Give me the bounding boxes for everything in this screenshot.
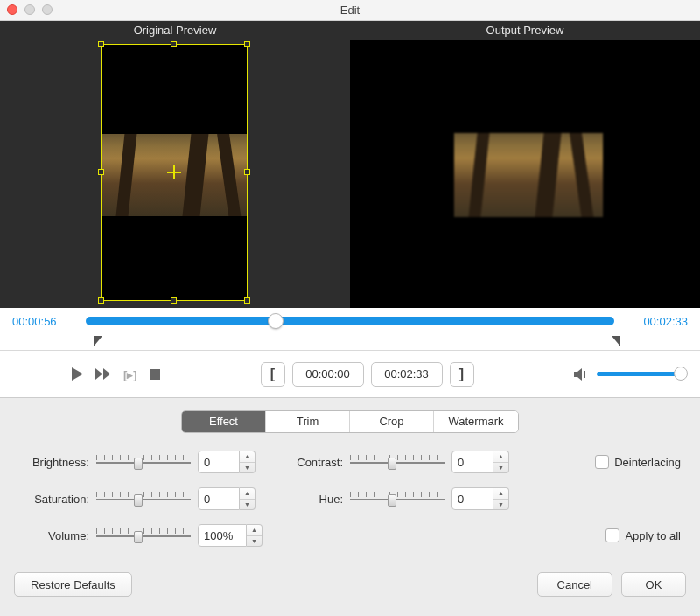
window-title: Edit <box>340 4 360 17</box>
chevron-up-icon[interactable]: ▲ <box>494 488 508 500</box>
crop-handle-ml[interactable] <box>98 169 104 175</box>
brightness-field[interactable] <box>198 451 240 473</box>
svg-rect-4 <box>150 369 160 380</box>
titlebar: Edit <box>0 0 700 21</box>
volume-thumb[interactable] <box>674 367 688 381</box>
timeline-end: 00:02:33 <box>623 315 688 328</box>
trim-time-group: [ ] <box>261 362 474 387</box>
set-in-button[interactable]: [ <box>261 362 285 387</box>
restore-defaults-button[interactable]: Restore Defaults <box>14 572 132 597</box>
volume-field[interactable] <box>198 524 247 547</box>
crop-handle-mr[interactable] <box>244 169 250 175</box>
chevron-down-icon[interactable]: ▼ <box>240 463 255 473</box>
saturation-stepper[interactable]: ▲▼ <box>240 487 256 510</box>
maximize-icon[interactable] <box>42 4 52 15</box>
chevron-up-icon[interactable]: ▲ <box>494 452 508 463</box>
saturation-slider[interactable] <box>96 487 191 510</box>
svg-marker-1 <box>95 368 102 380</box>
svg-marker-2 <box>103 368 110 380</box>
window-controls <box>7 4 52 15</box>
volume-slider[interactable] <box>597 372 681 376</box>
crop-box[interactable] <box>101 44 248 301</box>
minimize-icon[interactable] <box>24 4 35 15</box>
original-preview-label: Original Preview <box>0 21 350 40</box>
svg-marker-5 <box>574 368 582 381</box>
volume-param-slider[interactable] <box>96 524 191 547</box>
brightness-slider[interactable] <box>96 451 191 473</box>
hue-slider[interactable] <box>350 487 444 510</box>
preview-header: Original Preview Output Preview <box>0 21 700 40</box>
crop-handle-bc[interactable] <box>171 298 177 304</box>
saturation-label: Saturation: <box>19 493 96 506</box>
tabs-area: Effect Trim Crop Watermark <box>0 398 700 440</box>
timeline-playhead[interactable] <box>268 313 284 329</box>
output-preview-label: Output Preview <box>350 21 700 40</box>
trim-in-field[interactable] <box>292 362 364 387</box>
original-preview[interactable] <box>0 40 351 308</box>
speaker-icon[interactable] <box>574 368 590 382</box>
chevron-up-icon[interactable]: ▲ <box>240 488 255 500</box>
output-preview <box>351 40 701 308</box>
output-thumbnail <box>454 133 603 217</box>
chevron-up-icon[interactable]: ▲ <box>247 525 262 536</box>
cancel-button[interactable]: Cancel <box>537 572 612 597</box>
parameters: Brightness: ▲▼ Contrast: ▲▼ Deinterlacin… <box>0 440 700 563</box>
brightness-stepper[interactable]: ▲▼ <box>240 451 256 473</box>
chevron-down-icon[interactable]: ▼ <box>247 536 262 547</box>
original-thumbnail <box>102 134 247 216</box>
timeline-start: 00:00:56 <box>12 315 77 328</box>
chevron-down-icon[interactable]: ▼ <box>494 500 508 510</box>
brightness-label: Brightness: <box>19 456 96 469</box>
contrast-slider[interactable] <box>350 451 444 473</box>
tab-watermark[interactable]: Watermark <box>434 411 518 432</box>
chevron-down-icon[interactable]: ▼ <box>240 500 255 510</box>
stop-icon[interactable] <box>150 369 160 380</box>
crop-handle-tc[interactable] <box>171 41 177 47</box>
crop-handle-br[interactable] <box>244 298 250 304</box>
fast-forward-icon[interactable] <box>95 368 111 380</box>
trim-marker-row <box>0 334 700 350</box>
effect-tabs: Effect Trim Crop Watermark <box>181 410 519 433</box>
hue-stepper[interactable]: ▲▼ <box>494 487 509 510</box>
hue-label: Hue: <box>284 493 350 506</box>
playback-controls: [▸] [ ] <box>0 351 700 398</box>
close-icon[interactable] <box>7 4 18 15</box>
crop-handle-tl[interactable] <box>98 41 104 47</box>
volume-stepper[interactable]: ▲▼ <box>247 524 262 547</box>
apply-all-label: Apply to all <box>625 529 681 542</box>
saturation-field[interactable] <box>198 487 240 510</box>
crop-handle-bl[interactable] <box>98 298 104 304</box>
preview-area <box>0 40 700 308</box>
tab-crop[interactable]: Crop <box>350 411 434 432</box>
trim-marker-in-icon[interactable] <box>94 336 102 346</box>
timeline-track[interactable] <box>86 317 614 326</box>
set-out-button[interactable]: ] <box>450 362 474 387</box>
trim-marker-out-icon[interactable] <box>612 336 620 346</box>
ok-button[interactable]: OK <box>621 572 686 597</box>
next-frame-icon[interactable]: [▸] <box>123 368 137 381</box>
apply-all-checkbox[interactable] <box>606 528 620 542</box>
play-icon[interactable] <box>72 368 83 381</box>
hue-field[interactable] <box>452 487 494 510</box>
svg-rect-6 <box>584 371 585 378</box>
footer: Restore Defaults Cancel OK <box>0 564 700 606</box>
chevron-up-icon[interactable]: ▲ <box>240 452 255 463</box>
volume-control <box>574 368 681 382</box>
tab-trim[interactable]: Trim <box>266 411 350 432</box>
contrast-label: Contrast: <box>284 456 350 469</box>
volume-label: Volume: <box>19 529 96 542</box>
contrast-field[interactable] <box>452 451 494 473</box>
chevron-down-icon[interactable]: ▼ <box>494 463 508 473</box>
trim-out-field[interactable] <box>371 362 443 387</box>
svg-marker-0 <box>72 368 83 381</box>
tab-effect[interactable]: Effect <box>182 411 266 432</box>
deinterlacing-label: Deinterlacing <box>614 456 681 469</box>
svg-text:[▸]: [▸] <box>123 368 137 381</box>
timeline: 00:00:56 00:02:33 <box>0 308 700 334</box>
contrast-stepper[interactable]: ▲▼ <box>494 451 509 473</box>
crop-handle-tr[interactable] <box>244 41 250 47</box>
deinterlacing-checkbox[interactable] <box>595 455 609 469</box>
